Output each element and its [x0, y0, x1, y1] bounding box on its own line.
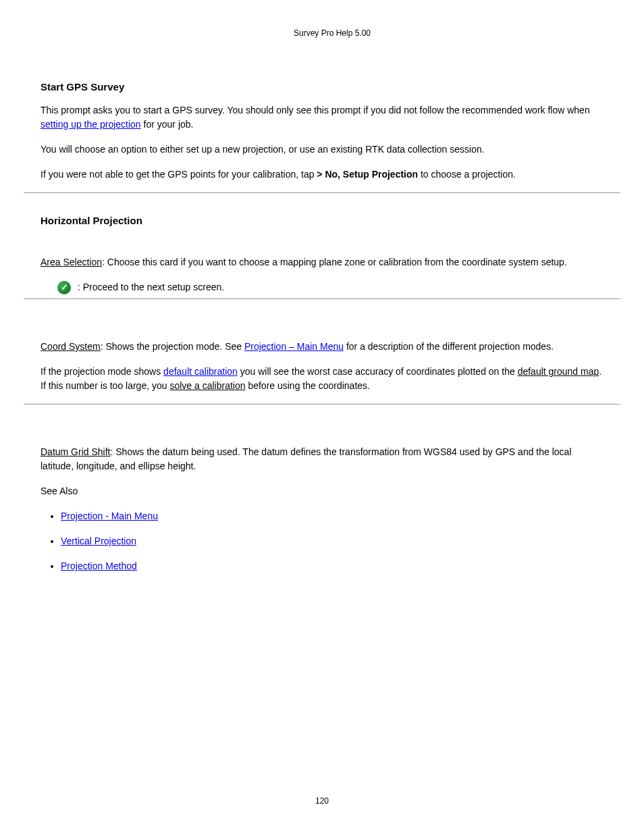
see-also-label: See Also: [41, 484, 603, 498]
list-item: Projection - Main Menu: [61, 509, 603, 523]
check-icon: ✓: [57, 281, 71, 294]
page-header: Survey Pro Help 5.00: [24, 27, 620, 39]
see-also-list: Projection - Main Menu Vertical Projecti…: [61, 509, 603, 573]
page-number: 120: [315, 796, 329, 806]
paragraph: Area Selection: Choose this card if you …: [41, 255, 603, 269]
label-datum-grid-shift: Datum Grid Shift: [41, 446, 110, 457]
paragraph: Coord System: Shows the projection mode.…: [41, 340, 603, 354]
list-item: Vertical Projection: [61, 534, 603, 548]
paragraph: Datum Grid Shift: Shows the datum being …: [41, 445, 603, 473]
paragraph: If you were not able to get the GPS poin…: [41, 167, 603, 182]
section-title-start-gps: Start GPS Survey: [41, 80, 603, 95]
paragraph: You will choose an option to either set …: [41, 142, 603, 157]
link-projection-main-menu[interactable]: Projection – Main Menu: [244, 341, 344, 352]
section-title-horizontal: Horizontal Projection: [41, 213, 603, 229]
text-solve-calibration: solve a calibration: [169, 380, 245, 391]
check-row: ✓ : Proceed to the next setup screen.: [41, 280, 603, 294]
divider: [24, 298, 620, 299]
page-footer: 120: [0, 795, 644, 807]
page-content: Start GPS Survey This prompt asks you to…: [24, 80, 620, 573]
label-area-selection: Area Selection: [41, 257, 102, 267]
paragraph: If the projection mode shows default cal…: [41, 365, 603, 393]
link-projection-main-menu-2[interactable]: Projection - Main Menu: [61, 511, 158, 521]
paragraph: This prompt asks you to start a GPS surv…: [41, 103, 603, 132]
text-default-ground-map: default ground map: [518, 366, 599, 377]
link-vertical-projection[interactable]: Vertical Projection: [61, 536, 136, 546]
check-text: : Proceed to the next setup screen.: [78, 280, 224, 294]
divider: [24, 192, 620, 193]
link-setting-up-projection[interactable]: setting up the projection: [41, 119, 141, 130]
label-coord-system: Coord System: [41, 341, 101, 352]
link-default-calibration[interactable]: default calibration: [163, 366, 238, 377]
link-projection-method[interactable]: Projection Method: [61, 561, 137, 571]
list-item: Projection Method: [61, 559, 603, 573]
divider: [24, 404, 620, 405]
header-text: Survey Pro Help 5.00: [294, 28, 371, 38]
